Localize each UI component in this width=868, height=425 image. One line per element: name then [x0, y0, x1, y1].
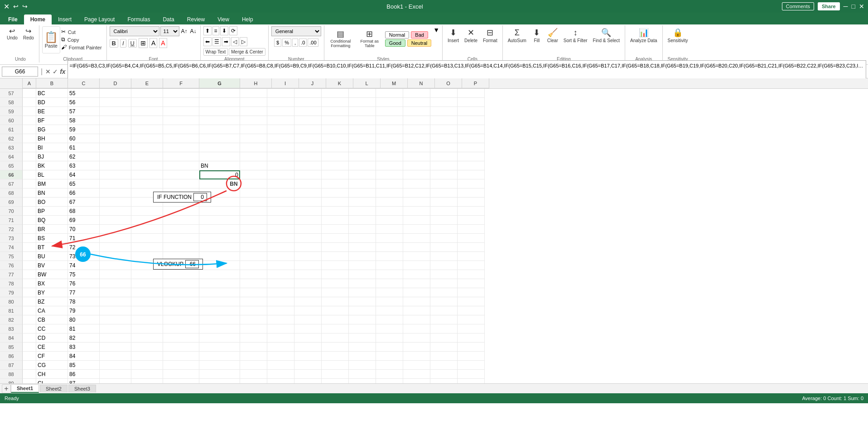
cell-f[interactable]: [163, 107, 199, 116]
italic-button[interactable]: I: [120, 39, 126, 48]
cell-p[interactable]: [458, 207, 485, 216]
cell-c[interactable]: 86: [68, 370, 100, 379]
cell-p[interactable]: [458, 324, 485, 333]
cell-j[interactable]: [294, 315, 322, 324]
cell-c[interactable]: 73: [68, 252, 100, 261]
cell-c[interactable]: 60: [68, 134, 100, 143]
underline-button[interactable]: U: [128, 39, 137, 48]
cell-e[interactable]: [131, 379, 163, 383]
cell-f[interactable]: [163, 116, 199, 125]
cell-k[interactable]: [322, 216, 349, 225]
sheet-tab-sheet2[interactable]: Sheet2: [40, 385, 68, 392]
cell-o[interactable]: [430, 243, 458, 252]
cell-h[interactable]: [240, 89, 267, 98]
conditional-formatting-button[interactable]: ▤ Conditional Formatting: [327, 26, 354, 51]
cell-b[interactable]: CC: [36, 324, 68, 333]
cell-o[interactable]: [430, 170, 458, 179]
cell-i[interactable]: [267, 98, 294, 107]
cell-e[interactable]: [131, 361, 163, 370]
cell-f[interactable]: [163, 270, 199, 279]
cell-p[interactable]: [458, 315, 485, 324]
cell-o[interactable]: [430, 288, 458, 297]
cell-g[interactable]: [199, 279, 240, 288]
insert-cells-button[interactable]: ⬇ Insert: [445, 26, 461, 44]
cell-b[interactable]: CH: [36, 370, 68, 379]
cell-a[interactable]: [23, 170, 36, 179]
cell-e[interactable]: [131, 279, 163, 288]
cell-i[interactable]: [267, 216, 294, 225]
cell-i[interactable]: [267, 324, 294, 333]
align-center-icon[interactable]: ☰: [212, 37, 221, 46]
cell-b[interactable]: BK: [36, 161, 68, 170]
cell-a[interactable]: [23, 143, 36, 152]
cell-h[interactable]: [240, 116, 267, 125]
cell-d[interactable]: [100, 207, 131, 216]
cell-b[interactable]: BQ: [36, 216, 68, 225]
cell-a[interactable]: [23, 306, 36, 315]
cell-j[interactable]: [294, 179, 322, 188]
fill-color-button[interactable]: A: [149, 38, 157, 48]
cell-l[interactable]: [349, 107, 376, 116]
cell-c[interactable]: 77: [68, 288, 100, 297]
cell-a[interactable]: [23, 297, 36, 306]
comments-button[interactable]: Comments: [782, 2, 814, 10]
cell-m[interactable]: [376, 333, 403, 343]
cell-e[interactable]: [131, 315, 163, 324]
cell-d[interactable]: [100, 306, 131, 315]
cell-g[interactable]: [199, 98, 240, 107]
autosum-button[interactable]: Σ AutoSum: [506, 27, 529, 44]
cell-g[interactable]: [199, 324, 240, 333]
cell-b[interactable]: BD: [36, 98, 68, 107]
cell-m[interactable]: [376, 225, 403, 234]
cell-j[interactable]: [294, 98, 322, 107]
cell-n[interactable]: [403, 98, 430, 107]
cell-k[interactable]: [322, 261, 349, 270]
cell-l[interactable]: [349, 288, 376, 297]
cell-p[interactable]: [458, 170, 485, 179]
row-number[interactable]: 69: [0, 198, 23, 207]
cell-n[interactable]: [403, 198, 430, 207]
cell-n[interactable]: [403, 170, 430, 179]
fill-button[interactable]: ⬇ Fill: [530, 26, 544, 44]
cell-m[interactable]: [376, 243, 403, 252]
cell-n[interactable]: [403, 89, 430, 98]
cell-o[interactable]: [430, 207, 458, 216]
cell-h[interactable]: [240, 324, 267, 333]
cell-h[interactable]: [240, 152, 267, 161]
cell-j[interactable]: [294, 161, 322, 170]
cell-n[interactable]: [403, 361, 430, 370]
cell-d[interactable]: [100, 315, 131, 324]
cell-o[interactable]: [430, 98, 458, 107]
cell-h[interactable]: [240, 370, 267, 379]
cell-l[interactable]: [349, 143, 376, 152]
cell-o[interactable]: [430, 234, 458, 243]
cell-d[interactable]: [100, 198, 131, 207]
styles-expand-icon[interactable]: ▼: [433, 26, 439, 34]
cell-l[interactable]: [349, 179, 376, 188]
close-icon[interactable]: ✕: [859, 3, 864, 10]
cell-o[interactable]: [430, 161, 458, 170]
cell-j[interactable]: [294, 207, 322, 216]
cell-n[interactable]: [403, 216, 430, 225]
cell-e[interactable]: [131, 116, 163, 125]
cell-e[interactable]: [131, 343, 163, 352]
cell-h[interactable]: [240, 270, 267, 279]
align-top-icon[interactable]: ⬆: [203, 26, 212, 35]
row-number[interactable]: 88: [0, 370, 23, 379]
cell-l[interactable]: [349, 89, 376, 98]
tab-insert[interactable]: Insert: [52, 14, 78, 24]
cell-h[interactable]: [240, 306, 267, 315]
cell-b[interactable]: BM: [36, 179, 68, 188]
cell-k[interactable]: [322, 116, 349, 125]
cell-h[interactable]: [240, 198, 267, 207]
cell-g[interactable]: [199, 352, 240, 361]
cell-i[interactable]: [267, 370, 294, 379]
cell-f[interactable]: [163, 125, 199, 134]
bold-button[interactable]: B: [110, 39, 118, 48]
cell-f[interactable]: [163, 179, 199, 188]
cell-e[interactable]: [131, 125, 163, 134]
cell-c[interactable]: 83: [68, 343, 100, 352]
cell-d[interactable]: [100, 352, 131, 361]
cell-b[interactable]: BZ: [36, 297, 68, 306]
percent-button[interactable]: %: [282, 39, 291, 47]
